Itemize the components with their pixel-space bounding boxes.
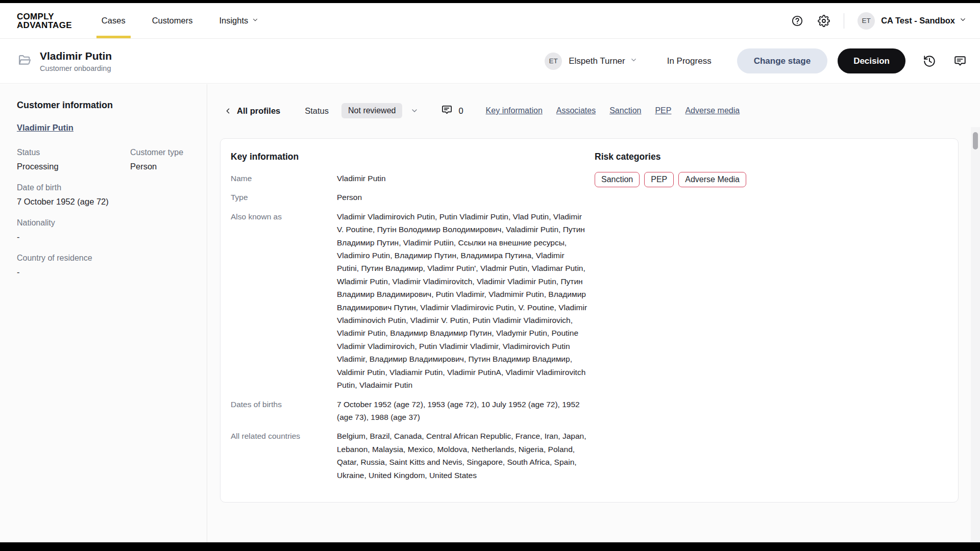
scrollbar-track[interactable] <box>971 127 980 542</box>
ki-row-type: Type Person <box>231 191 595 204</box>
field-value: Processing <box>17 162 130 171</box>
tab-insights-label: Insights <box>219 16 248 26</box>
ki-value: Person <box>337 191 588 204</box>
comment-count: 0 <box>458 106 463 116</box>
change-stage-button[interactable]: Change stage <box>737 48 827 73</box>
key-information-card: Key information Name Vladimir Putin Type… <box>220 138 959 503</box>
comments-panel-button[interactable] <box>953 55 967 68</box>
settings-gear-button[interactable] <box>817 14 830 28</box>
field-label: Status <box>17 148 130 157</box>
top-navigation: COMPLY ADVANTAGE Cases Customers Insight… <box>0 3 980 39</box>
field-label: Customer type <box>130 148 190 157</box>
ki-row-dates-of-births: Dates of births 7 October 1952 (age 72),… <box>231 398 595 424</box>
ki-row-all-related-countries: All related countries Belgium, Brazil, C… <box>231 430 595 482</box>
field-customer-type: Customer type Person <box>130 148 190 171</box>
comment-icon <box>441 104 453 118</box>
ki-value: Belgium, Brazil, Canada, Central African… <box>337 430 588 482</box>
field-label: Nationality <box>17 218 190 228</box>
assignee-name: Elspeth Turner <box>569 56 625 66</box>
profile-toolbar: All profiles Status Not reviewed 0 Key i… <box>224 102 980 119</box>
tab-insights[interactable]: Insights <box>217 3 261 38</box>
case-header-actions: ET Elspeth Turner In Progress Change sta… <box>545 48 967 73</box>
profile-comments-button[interactable]: 0 <box>441 104 463 118</box>
sidebar-field-row: Status Processing Customer type Person <box>17 148 190 183</box>
ki-label: Type <box>231 191 337 204</box>
ki-row-name: Name Vladimir Putin <box>231 172 595 185</box>
sidebar-title: Customer information <box>17 100 190 111</box>
account-switcher[interactable]: CA Test - Sandbox <box>881 16 967 26</box>
ki-label: All related countries <box>231 430 337 482</box>
chevron-down-icon <box>959 16 967 26</box>
assignee-avatar: ET <box>545 53 562 70</box>
case-title-block: Vladimir Putin Customer onboarding <box>40 50 112 72</box>
key-information-title: Key information <box>231 152 595 162</box>
field-country-of-residence: Country of residence - <box>17 254 190 277</box>
link-associates[interactable]: Associates <box>556 106 596 115</box>
field-status: Status Processing <box>17 148 130 171</box>
field-value: Person <box>130 162 190 171</box>
page-title: Vladimir Putin <box>40 50 112 62</box>
ki-label: Name <box>231 172 337 185</box>
field-label: Date of birth <box>17 183 190 192</box>
field-value: - <box>17 267 190 277</box>
primary-nav-tabs: Cases Customers Insights <box>100 3 283 38</box>
link-sanction[interactable]: Sanction <box>609 106 641 115</box>
risk-categories-title: Risk categories <box>595 152 948 162</box>
nav-right-controls: ET CA Test - Sandbox <box>777 12 967 30</box>
link-adverse-media[interactable]: Adverse media <box>685 106 740 115</box>
customer-information-sidebar: Customer information Vladimir Putin Stat… <box>0 84 207 542</box>
customer-profile-link[interactable]: Vladimir Putin <box>17 123 74 133</box>
history-button[interactable] <box>923 55 936 68</box>
scrollbar-thumb[interactable] <box>973 132 978 149</box>
screen-bottom-bar <box>0 542 980 551</box>
help-button[interactable] <box>791 14 804 28</box>
ki-value: 7 October 1952 (age 72), 1953 (age 72), … <box>337 398 588 424</box>
risk-badge-adverse-media: Adverse Media <box>678 172 746 187</box>
ki-row-also-known-as: Also known as Vladimir Vladimirovich Put… <box>231 210 595 392</box>
risk-badge-list: Sanction PEP Adverse Media <box>595 172 948 187</box>
risk-badge-sanction: Sanction <box>595 172 640 187</box>
folder-icon <box>17 53 32 69</box>
case-subtitle: Customer onboarding <box>40 64 112 72</box>
field-date-of-birth: Date of birth 7 October 1952 (age 72) <box>17 183 190 207</box>
tab-customers-label: Customers <box>152 16 193 26</box>
tab-customers[interactable]: Customers <box>150 3 195 38</box>
risk-categories-section: Risk categories Sanction PEP Adverse Med… <box>595 152 948 187</box>
status-badge[interactable]: Not reviewed <box>341 103 402 118</box>
tab-cases-label: Cases <box>102 16 126 26</box>
ki-value: Vladimir Vladimirovich Putin, Putin Vlad… <box>337 210 588 392</box>
case-header: Vladimir Putin Customer onboarding ET El… <box>0 39 980 84</box>
field-label: Country of residence <box>17 254 190 263</box>
field-nationality: Nationality - <box>17 218 190 242</box>
status-dropdown-chevron[interactable] <box>410 107 419 115</box>
key-information-section: Key information Name Vladimir Putin Type… <box>231 152 595 488</box>
account-avatar: ET <box>857 12 875 30</box>
ki-label: Dates of births <box>231 398 337 424</box>
section-anchor-links: Key information Associates Sanction PEP … <box>486 106 754 115</box>
ki-value: Vladimir Putin <box>337 172 588 185</box>
account-label: CA Test - Sandbox <box>881 16 955 26</box>
link-pep[interactable]: PEP <box>655 106 671 115</box>
complyadvantage-logo: COMPLY ADVANTAGE <box>17 12 72 30</box>
logo-line2: ADVANTAGE <box>17 21 72 30</box>
back-to-all-profiles[interactable]: All profiles <box>224 106 280 116</box>
stage-status: In Progress <box>667 56 712 66</box>
content-area: Customer information Vladimir Putin Stat… <box>0 84 980 542</box>
link-key-information[interactable]: Key information <box>486 106 543 115</box>
logo-line1: COMPLY <box>17 12 72 21</box>
nav-divider <box>844 13 844 29</box>
tab-cases[interactable]: Cases <box>100 3 128 38</box>
assignee-selector[interactable]: ET Elspeth Turner <box>545 53 638 70</box>
back-label: All profiles <box>237 106 280 116</box>
decision-button[interactable]: Decision <box>838 48 905 73</box>
chevron-down-icon <box>252 16 259 26</box>
risk-badge-pep: PEP <box>644 172 674 187</box>
status-label: Status <box>305 106 329 116</box>
field-value: - <box>17 232 190 242</box>
ki-label: Also known as <box>231 210 337 392</box>
profile-main-panel: All profiles Status Not reviewed 0 Key i… <box>207 84 980 542</box>
chevron-down-icon <box>630 56 638 66</box>
field-value: 7 October 1952 (age 72) <box>17 197 190 207</box>
